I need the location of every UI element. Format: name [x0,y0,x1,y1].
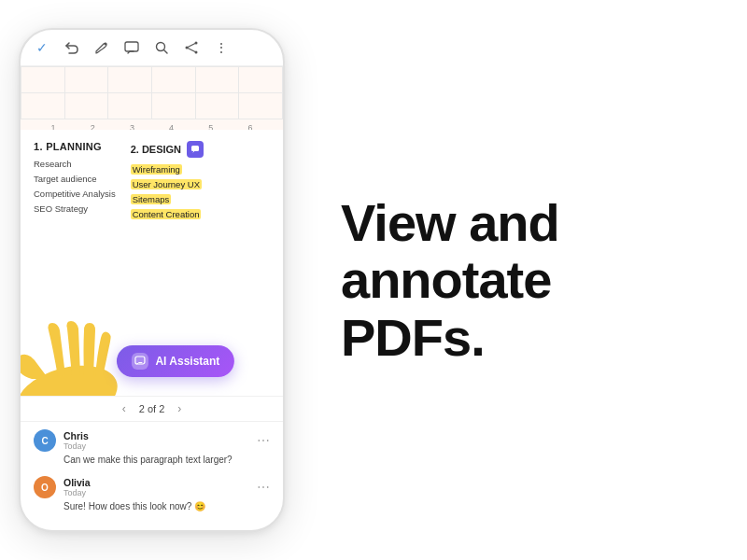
undo-icon[interactable] [63,39,80,56]
ai-icon [131,353,148,370]
comment-text-2: Sure! How does this look now? 😊 [34,500,270,513]
planning-section: 1. PLANNING Research Target audience Com… [34,141,116,217]
hand-illustration-area: AI Assistant [21,312,283,396]
more-icon[interactable]: ⋮ [213,39,230,56]
comments-section: C Chris Today ⋯ Can we make this paragra… [21,421,283,530]
search-icon[interactable] [153,39,170,56]
design-item-4: Content Creation [131,207,204,222]
design-title-row: 2. DESIGN [131,141,204,158]
ai-assistant-button[interactable]: AI Assistant [116,345,234,377]
grid-num-4: 4 [152,123,191,130]
grid-numbers: 1 2 3 4 5 6 [21,119,283,130]
grid-num-5: 5 [191,123,231,130]
headline-line2: annotate [341,251,728,309]
right-panel: View and annotate PDFs. [322,194,728,367]
phone-mockup: ✓ [19,28,285,532]
comment-header-1: C Chris Today ⋯ [34,429,270,452]
comment-name-row-2: Olivia Today [63,477,249,497]
comment-header-2: O Olivia Today ⋯ [34,476,270,498]
comment-time-1: Today [63,441,249,451]
grid-num-6: 6 [231,123,270,130]
planning-items: Research Target audience Competitive Ana… [34,157,116,217]
svg-rect-1 [125,42,138,51]
content-columns: 1. PLANNING Research Target audience Com… [34,141,270,225]
chat-badge-icon [187,141,204,158]
grid-area: 1 2 3 4 5 6 [21,66,283,130]
planning-title: 1. PLANNING [34,141,116,152]
ai-button-label: AI Assistant [155,355,219,368]
comment-time-2: Today [63,488,249,497]
comment-author-1: Chris [63,430,249,441]
avatar-olivia: O [34,476,56,498]
grid-num-3: 3 [112,123,151,130]
headline-line1: View and [341,194,728,252]
page-indicator: 2 of 2 [139,403,165,414]
comment-text-1: Can we make this paragraph text larger? [34,454,270,467]
planning-item-1: Research [34,157,116,172]
prev-page-button[interactable]: ‹ [122,402,126,415]
main-layout: ✓ [0,0,747,560]
draw-icon[interactable] [93,39,110,56]
planning-item-3: Competitive Analysis [34,187,116,202]
comment-item-1: C Chris Today ⋯ Can we make this paragra… [34,429,270,467]
share-icon[interactable] [183,39,200,56]
headline-line3: PDFs. [341,309,728,367]
grid-num-1: 1 [34,123,73,130]
headline: View and annotate PDFs. [341,194,728,367]
phone-toolbar: ✓ [21,30,283,66]
comment-more-2[interactable]: ⋯ [257,480,270,495]
check-icon[interactable]: ✓ [34,39,50,56]
comment-item-2: O Olivia Today ⋯ Sure! How does this loo… [34,476,270,513]
avatar-chris: C [34,429,56,452]
comment-more-1[interactable]: ⋯ [257,433,270,448]
design-item-2: User Journey UX [131,177,204,192]
design-items: Wireframing User Journey UX Sitemaps Con… [131,162,204,223]
design-item-3: Sitemaps [131,192,204,207]
grid-num-2: 2 [73,123,112,130]
comment-author-2: Olivia [63,477,249,488]
design-item-1: Wireframing [131,162,204,177]
svg-point-0 [105,43,107,46]
next-page-button[interactable]: › [177,402,181,415]
planning-item-2: Target audience [34,172,116,187]
comment-name-row-1: Chris Today [63,430,249,451]
planning-item-4: SEO Strategy [34,202,116,217]
phone-main-content: 1. PLANNING Research Target audience Com… [21,130,283,396]
pagination-bar: ‹ 2 of 2 › [21,396,283,421]
phone-body: ✓ [19,28,285,532]
comment-icon[interactable] [123,39,140,56]
design-section: 2. DESIGN Wireframing User Journey UX [131,141,204,225]
design-title: 2. DESIGN [131,144,181,155]
